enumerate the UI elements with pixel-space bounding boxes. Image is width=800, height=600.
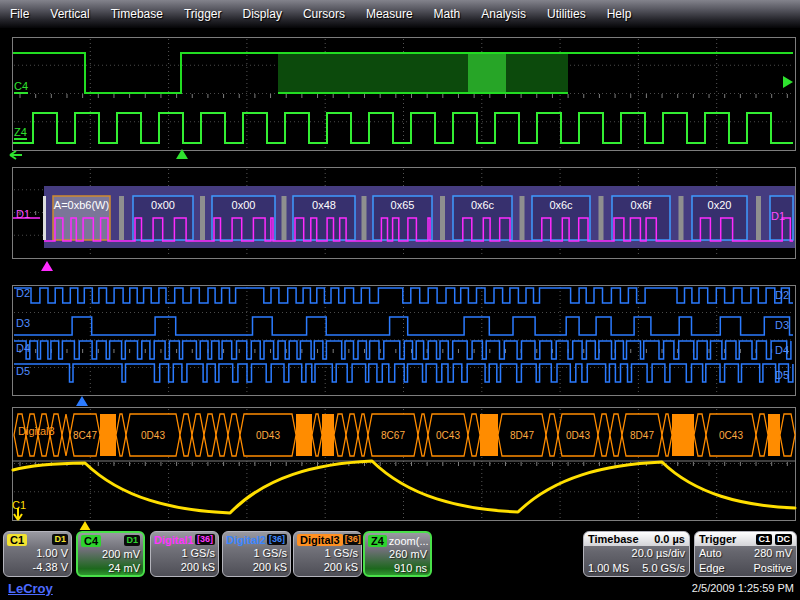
timebase-samples: 1.00 MS	[588, 561, 629, 576]
timebase-descriptor[interactable]: Timebase 0.0 µs 20.0 µs/div 1.00 MS 5.0 …	[583, 531, 690, 577]
bus-value: 0D43	[566, 430, 590, 441]
bus-value: 0C43	[719, 430, 743, 441]
channel-descriptor-digital2[interactable]: Digital2 [36] 1 GS/s 200 kS	[222, 531, 291, 577]
trigger-coupling-badge: DC	[775, 534, 792, 545]
c1-trace-label[interactable]: C1	[12, 499, 26, 511]
decode-value: 0x65	[391, 199, 415, 211]
c4-volts-per-div: 200 mV	[81, 547, 140, 561]
c1-channel-chip: C1	[7, 534, 27, 546]
d5-trace-label-left[interactable]: D5	[16, 365, 30, 377]
decode-value: 0x00	[151, 199, 175, 211]
channel-descriptor-c1[interactable]: C1 D1 1.00 V -4.38 V	[3, 531, 72, 577]
c1-volts-per-div: 1.00 V	[7, 546, 68, 560]
d5-trace-label-right: D5	[775, 369, 789, 381]
trigger-slope: Positive	[753, 561, 792, 576]
decode-value: 0x6c	[471, 199, 495, 211]
trigger-title: Trigger	[699, 533, 736, 545]
timebase-per-div: 20.0 µs/div	[632, 546, 685, 561]
trigger-mode: Auto	[699, 546, 722, 561]
bus-busy-block	[322, 414, 334, 456]
bus-segment	[780, 414, 795, 456]
bus-busy-block	[296, 414, 312, 456]
z4-channel-chip: Z4	[368, 535, 387, 547]
bus-value: 8C47	[73, 430, 97, 441]
digital3-sample-rate: 1 GS/s	[297, 546, 358, 560]
z4-volts-per-div: 260 mV	[368, 547, 427, 561]
digital-time-marker[interactable]	[76, 396, 88, 406]
bus-busy-block	[100, 414, 116, 456]
c4-offset: 24 mV	[81, 561, 140, 575]
digital3-samples: 200 kS	[297, 560, 358, 574]
decode-value: A=0xb6(W)	[54, 199, 109, 211]
bus-busy-block	[768, 414, 780, 456]
h-offset-arrow[interactable]	[10, 151, 22, 159]
bus-value: 0D43	[141, 430, 165, 441]
c4-channel-chip: C4	[81, 535, 101, 547]
bus-busy-block	[480, 414, 498, 456]
z4-trace-label[interactable]: Z4	[14, 126, 27, 140]
d1-trace-label-left[interactable]: D1	[16, 208, 30, 220]
channel-descriptor-digital1[interactable]: Digital1 [36] 1 GS/s 200 kS	[150, 531, 219, 577]
c4-digital-badge: D1	[124, 535, 140, 546]
digital2-channel-chip: Digital2	[226, 534, 266, 546]
decode-value: 0x20	[708, 199, 732, 211]
digital2-sample-rate: 1 GS/s	[226, 546, 287, 560]
status-bar: C1 D1 1.00 V -4.38 V C4 D1 200 mV 24 mV …	[0, 531, 800, 578]
bus-value: 8C67	[381, 430, 405, 441]
scope-display[interactable]: A=0xb6(W)0x000x000x480x650x6c0x6c0x6f0x2…	[0, 0, 800, 530]
bus-value: 0C43	[436, 430, 460, 441]
c4-trace-label[interactable]: C4	[14, 80, 28, 94]
d2-trace-label-left[interactable]: D2	[16, 287, 30, 299]
d3-trace-label-right: D3	[775, 319, 789, 331]
timebase-offset: 0.0 µs	[654, 533, 685, 545]
c1-offset: -4.38 V	[7, 560, 68, 574]
bus-value: 8D47	[510, 430, 534, 441]
footer-bar: LeCroy 2/5/2009 1:25:59 PM	[0, 578, 800, 600]
d4-trace-label-right: D4	[775, 344, 789, 356]
d1-time-marker[interactable]	[41, 261, 53, 271]
d3-trace-label-left[interactable]: D3	[16, 317, 30, 329]
channel-descriptor-c4[interactable]: C4 D1 200 mV 24 mV	[76, 531, 145, 577]
decode-value: 0x6f	[631, 199, 653, 211]
decode-value: 0x48	[312, 199, 336, 211]
digital2-samples: 200 kS	[226, 560, 287, 574]
channel-descriptor-digital3[interactable]: Digital3 [36] 1 GS/s 200 kS	[293, 531, 362, 577]
bus-value: 8D47	[630, 430, 654, 441]
decode-value: 0x6c	[549, 199, 573, 211]
clock-datetime: 2/5/2009 1:25:59 PM	[692, 582, 794, 594]
digital2-lines-badge: [36]	[267, 534, 287, 545]
timebase-title: Timebase	[588, 533, 639, 545]
z4-zoom-function-label: zoom(...	[389, 535, 429, 547]
trigger-level: 280 mV	[754, 546, 792, 561]
z4-time-per-div: 910 ns	[368, 561, 427, 575]
trigger-type: Edge	[699, 561, 725, 576]
trigger-descriptor[interactable]: Trigger C1 DC Auto 280 mV Edge Positive	[694, 531, 797, 577]
trigger-source-badge: C1	[756, 534, 772, 545]
decode-value: 0x00	[232, 199, 256, 211]
digital1-channel-chip: Digital1	[154, 534, 194, 546]
digital3-bus-label[interactable]: Digital3	[18, 425, 55, 437]
channel-descriptor-z4[interactable]: Z4 zoom(... 260 mV 910 ns	[363, 531, 432, 577]
c1-time-marker[interactable]	[79, 521, 91, 530]
d1-trace-label-right: D1	[771, 210, 785, 222]
d4-trace-label-left[interactable]: D4	[16, 342, 30, 354]
digital1-lines-badge: [36]	[195, 534, 215, 545]
bus-busy-block	[672, 414, 694, 456]
lecroy-logo[interactable]: LeCroy	[8, 581, 53, 596]
c1-digital-badge: D1	[52, 534, 68, 545]
digital3-channel-chip: Digital3	[297, 534, 343, 546]
digital3-lines-badge: [36]	[343, 534, 363, 545]
digital1-samples: 200 kS	[154, 560, 215, 574]
bus-value: 0D43	[256, 430, 280, 441]
digital1-sample-rate: 1 GS/s	[154, 546, 215, 560]
d2-trace-label-right: D2	[775, 289, 789, 301]
timebase-rate: 5.0 GS/s	[642, 561, 685, 576]
